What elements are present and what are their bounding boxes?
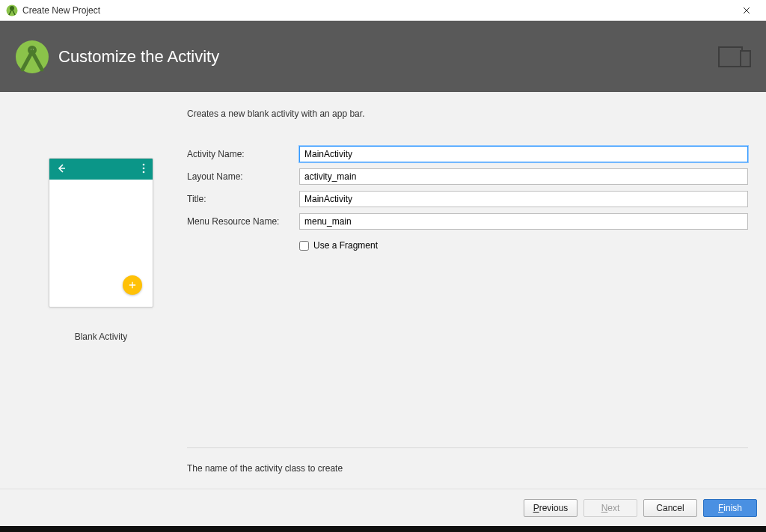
menu-resource-input[interactable] (299, 213, 748, 230)
activity-name-input[interactable] (299, 146, 748, 162)
form-column: Creates a new blank activity with an app… (187, 152, 751, 474)
previous-button[interactable]: Previous (524, 499, 577, 517)
back-arrow-icon (57, 164, 66, 175)
cancel-button[interactable]: Cancel (643, 499, 697, 517)
android-studio-icon (6, 4, 18, 16)
field-row-title: Title: (187, 191, 748, 207)
preview-appbar (49, 159, 153, 180)
svg-rect-5 (741, 51, 750, 67)
hint-separator: The name of the activity class to create (187, 447, 748, 474)
window-titlebar: Create New Project (0, 0, 766, 21)
svg-point-7 (143, 167, 145, 169)
use-fragment-checkbox[interactable] (299, 241, 309, 251)
form-description: Creates a new blank activity with an app… (187, 108, 748, 119)
layout-name-input[interactable] (299, 168, 748, 185)
formfactor-icon (718, 46, 751, 67)
field-row-menu-resource: Menu Resource Name: (187, 213, 748, 230)
taskbar (0, 526, 766, 532)
svg-point-8 (143, 171, 145, 173)
wizard-banner: Customize the Activity (0, 21, 766, 92)
phone-preview (49, 158, 153, 308)
template-preview-column: Blank Activity (15, 152, 187, 474)
overflow-menu-icon (142, 163, 145, 176)
use-fragment-row: Use a Fragment (299, 240, 748, 251)
title-label: Title: (187, 194, 299, 204)
activity-name-label: Activity Name: (187, 149, 299, 159)
android-studio-logo-icon (15, 40, 49, 74)
wizard-footer: Previous Next Cancel Finish (0, 489, 766, 526)
use-fragment-label: Use a Fragment (313, 240, 378, 251)
next-button: Next (583, 499, 637, 517)
wizard-heading: Customize the Activity (58, 47, 718, 67)
field-row-activity-name: Activity Name: (187, 146, 748, 162)
window-title: Create New Project (22, 5, 732, 16)
finish-button[interactable]: Finish (703, 499, 757, 517)
menu-resource-label: Menu Resource Name: (187, 216, 299, 227)
title-input[interactable] (299, 191, 748, 207)
template-name-label: Blank Activity (75, 331, 128, 342)
field-row-layout-name: Layout Name: (187, 168, 748, 185)
svg-point-6 (143, 163, 145, 165)
wizard-content: Blank Activity Creates a new blank activ… (0, 92, 766, 489)
window-close-button[interactable] (732, 0, 762, 20)
svg-rect-4 (719, 47, 742, 67)
svg-point-1 (16, 40, 49, 73)
layout-name-label: Layout Name: (187, 171, 299, 182)
fab-icon (123, 275, 142, 295)
field-hint: The name of the activity class to create (187, 463, 748, 474)
